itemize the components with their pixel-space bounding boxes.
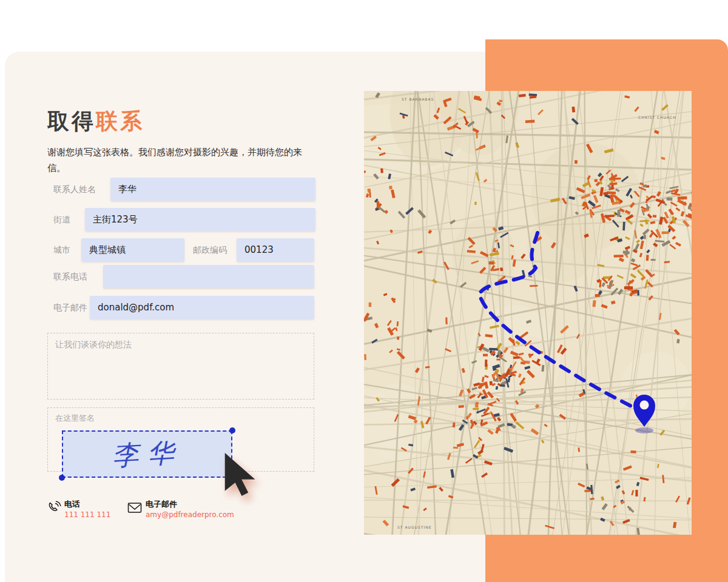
signature-selection[interactable]: 李华 (62, 430, 232, 478)
phone-icon (46, 500, 62, 516)
intro-text: 谢谢您填写这张表格。我们感谢您对摄影的兴趣，并期待您的来信。 (47, 144, 317, 176)
selection-handle-bottom-left[interactable] (59, 475, 65, 481)
signature-text: 李华 (62, 432, 232, 477)
contact-phone-value: 111 111 111 (64, 510, 110, 519)
postal-label: 邮政编码 (193, 245, 227, 256)
map-label: ST BARNABAS (402, 97, 434, 101)
name-input[interactable] (110, 178, 315, 201)
mouse-cursor-icon (221, 451, 261, 497)
contact-email-value: amy@pdfreaderpro.com (146, 510, 234, 519)
email-label: 电子邮件 (53, 303, 87, 313)
signature-hint: 在这里签名 (55, 413, 95, 424)
contact-phone-label: 电话 (64, 499, 80, 510)
street-label: 街道 (53, 215, 70, 226)
map-label: ST AUGUSTINE (397, 525, 431, 529)
page: 取得联系 谢谢您填写这张表格。我们感谢您对摄影的兴趣，并期待您的来信。 联系人姓… (0, 0, 728, 582)
title-text-primary: 取得 (47, 109, 96, 133)
street-input[interactable] (85, 208, 315, 231)
phone-input[interactable] (103, 265, 314, 288)
postal-input[interactable] (237, 238, 314, 261)
name-label: 联系人姓名 (53, 184, 96, 195)
page-title: 取得联系 (47, 107, 144, 136)
map-label: CHRIST CHURCH (638, 115, 676, 119)
contact-email-label: 电子邮件 (146, 499, 177, 510)
map-canvas: ST BARNABAS CHRIST CHURCH ST AUGUSTINE (364, 91, 692, 535)
selection-handle-top-right[interactable] (229, 427, 235, 433)
vintage-map-image: ST BARNABAS CHRIST CHURCH ST AUGUSTINE (364, 91, 692, 535)
email-input[interactable] (90, 296, 314, 319)
city-label: 城市 (53, 245, 70, 256)
title-text-accent: 联系 (96, 109, 144, 133)
message-textarea[interactable] (47, 333, 314, 400)
phone-label: 联系电话 (53, 272, 87, 283)
envelope-icon (127, 502, 142, 514)
city-input[interactable] (81, 238, 184, 261)
